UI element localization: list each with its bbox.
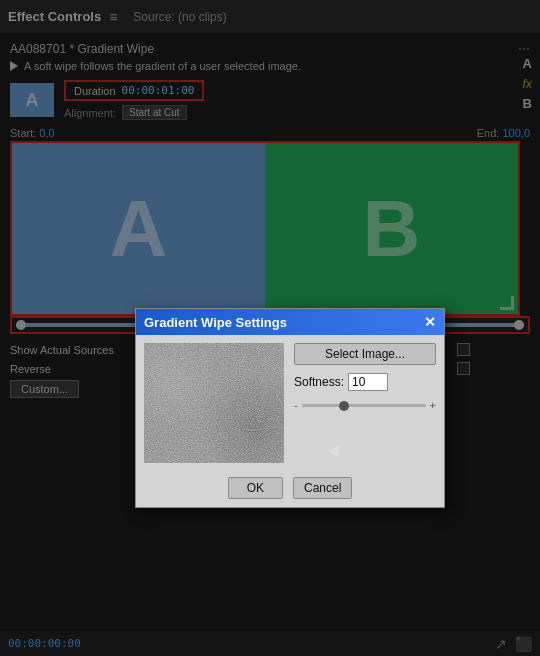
slider-min-label: -	[294, 399, 298, 411]
softness-slider-row: - +	[294, 399, 436, 411]
ok-button[interactable]: OK	[228, 477, 283, 499]
modal-controls: Select Image... Softness: - +	[294, 343, 436, 463]
softness-slider-handle[interactable]	[339, 401, 349, 411]
modal-preview-image	[144, 343, 284, 463]
modal-overlay: Gradient Wipe Settings ✕ Select Image...	[0, 0, 540, 656]
noise-svg	[144, 343, 284, 463]
softness-label: Softness:	[294, 375, 344, 389]
softness-input[interactable]	[348, 373, 388, 391]
svg-rect-0	[144, 343, 284, 463]
modal-body: Select Image... Softness: - +	[136, 335, 444, 471]
select-image-button[interactable]: Select Image...	[294, 343, 436, 365]
slider-max-label: +	[430, 399, 436, 411]
modal-titlebar: Gradient Wipe Settings ✕	[136, 309, 444, 335]
softness-slider[interactable]	[302, 404, 426, 407]
softness-row: Softness:	[294, 373, 436, 391]
modal-dialog: Gradient Wipe Settings ✕ Select Image...	[135, 308, 445, 508]
modal-title: Gradient Wipe Settings	[144, 315, 287, 330]
modal-footer: OK Cancel	[136, 471, 444, 507]
modal-close-button[interactable]: ✕	[424, 314, 436, 330]
cancel-button[interactable]: Cancel	[293, 477, 352, 499]
